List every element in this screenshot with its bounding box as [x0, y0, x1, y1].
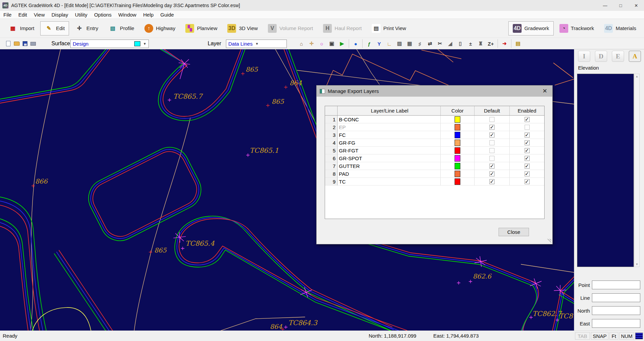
default-checkbox[interactable] — [489, 117, 495, 122]
layer-label-cell[interactable]: TC — [338, 178, 441, 186]
default-checkbox[interactable] — [489, 156, 495, 161]
default-cell[interactable]: ✓ — [475, 178, 510, 186]
color-swatch[interactable] — [455, 140, 460, 146]
enabled-cell[interactable]: ✓ — [510, 116, 544, 123]
new-file-icon[interactable] — [5, 40, 12, 47]
grid-icon[interactable]: ▦ — [405, 39, 414, 48]
layer-dropdown[interactable]: Data Lines ▼ — [226, 40, 287, 48]
enabled-checkbox[interactable]: ✓ — [525, 164, 530, 169]
enabled-cell[interactable]: ✓ — [510, 139, 544, 147]
trackwork-button[interactable]: ◔ Trackwork — [555, 21, 599, 35]
gradework-button[interactable]: 4D Gradework — [508, 21, 553, 35]
report-doc-icon[interactable]: ▤ — [511, 39, 522, 48]
color-swatch[interactable] — [455, 171, 460, 177]
close-button[interactable]: ✕ — [628, 0, 644, 11]
enabled-cell[interactable]: ✓ — [510, 170, 544, 178]
enabled-checkbox[interactable]: ✓ — [525, 156, 530, 161]
ties-icon[interactable]: ♯ — [415, 39, 424, 48]
menu-item[interactable]: Display — [48, 11, 71, 18]
enabled-cell[interactable]: ✓ — [510, 162, 544, 170]
tab-e[interactable]: E — [612, 51, 624, 62]
layer-label-cell[interactable]: GUTTER — [338, 162, 441, 170]
menu-item[interactable]: Options — [91, 11, 115, 18]
menu-item[interactable]: Utility — [71, 11, 91, 18]
layer-label-cell[interactable]: PAD — [338, 170, 441, 178]
enabled-checkbox[interactable]: ✓ — [525, 132, 530, 138]
enabled-checkbox[interactable]: ✓ — [525, 117, 530, 122]
default-cell[interactable] — [475, 139, 510, 147]
export-doc-icon[interactable]: ➜ — [498, 39, 509, 48]
color-cell[interactable] — [441, 131, 475, 139]
tower-icon[interactable]: ♜ — [476, 39, 485, 48]
dialog-close-icon[interactable]: ✕ — [540, 88, 549, 95]
elevation-list[interactable] — [577, 74, 634, 267]
pan-hand-icon[interactable]: ✛ — [307, 39, 316, 48]
menu-item[interactable]: View — [30, 11, 48, 18]
tab-a[interactable]: A — [629, 51, 641, 62]
dialog-title-bar[interactable]: Manage Export Layers ✕ — [317, 86, 552, 97]
default-cell[interactable] — [475, 116, 510, 123]
print-icon[interactable] — [30, 40, 37, 47]
color-cell[interactable] — [441, 116, 475, 123]
balance-icon[interactable]: ± — [466, 39, 475, 48]
enabled-cell[interactable]: ✓ — [510, 131, 544, 139]
menu-item[interactable]: Guide — [157, 11, 177, 18]
color-cell[interactable] — [441, 139, 475, 147]
edit-button[interactable]: ✎ Edit — [40, 21, 69, 35]
run-icon[interactable]: ▶ — [338, 39, 346, 48]
color-swatch[interactable] — [455, 124, 460, 130]
profile-button[interactable]: ▧ Profile — [104, 21, 139, 35]
color-swatch[interactable] — [455, 178, 460, 185]
north-field[interactable] — [592, 306, 640, 315]
default-cell[interactable]: ✓ — [475, 170, 510, 178]
layer-label-cell[interactable]: GR-SPOT — [338, 154, 441, 162]
3d-view-button[interactable]: 3D 3D View — [223, 21, 262, 35]
water-drop-icon[interactable]: ● — [349, 39, 360, 48]
entry-button[interactable]: ✛ Entry — [70, 21, 102, 35]
tab-toggle[interactable]: TAB — [575, 332, 590, 340]
zoom-window-icon[interactable]: ○ — [317, 39, 326, 48]
default-cell[interactable] — [475, 154, 510, 162]
chevron-down-icon[interactable]: ▼ — [143, 42, 146, 46]
num-toggle[interactable]: NUM — [619, 332, 634, 340]
chevron-down-icon[interactable]: ▼ — [255, 42, 259, 46]
elevation-scrollbar[interactable]: ▲ ▼ — [634, 74, 640, 267]
default-cell[interactable]: ✓ — [475, 123, 510, 131]
import-button[interactable]: ▦ Import — [4, 21, 39, 35]
scroll-up-icon[interactable]: ▲ — [636, 75, 639, 78]
layer-label-cell[interactable]: GR-FG — [338, 139, 441, 147]
swap-arrows-icon[interactable]: ⇄ — [426, 39, 434, 48]
enabled-cell[interactable]: ✓ — [510, 154, 544, 162]
close-button[interactable]: Close — [499, 228, 529, 236]
color-cell[interactable] — [441, 154, 475, 162]
color-swatch[interactable] — [455, 147, 460, 154]
print-view-button[interactable]: ▤ Print View — [367, 21, 410, 35]
planview-button[interactable]: ▚ Planview — [181, 21, 222, 35]
enabled-cell[interactable]: ✓ — [510, 178, 544, 186]
enabled-checkbox[interactable]: ✓ — [525, 148, 530, 153]
menu-item[interactable]: File — [0, 11, 15, 18]
maximize-button[interactable]: □ — [613, 0, 628, 11]
save-file-icon[interactable] — [22, 40, 28, 47]
color-cell[interactable] — [441, 162, 475, 170]
haul-report-button[interactable]: H Haul Report — [319, 21, 366, 35]
minimize-button[interactable]: — — [597, 0, 613, 11]
line-field[interactable] — [592, 293, 640, 302]
surface-dropdown[interactable]: Design ▼ — [70, 40, 149, 48]
color-cell[interactable] — [441, 123, 475, 131]
default-cell[interactable]: ✓ — [475, 131, 510, 139]
grade-tool-icon[interactable]: ∟ — [385, 39, 394, 48]
tab-i[interactable]: I — [578, 51, 590, 62]
tab-d[interactable]: D — [595, 51, 607, 62]
home-icon[interactable]: ⌂ — [297, 39, 306, 48]
extents-toggle-icon[interactable]: ▣ — [327, 39, 336, 48]
enabled-cell[interactable]: ✓ — [510, 147, 544, 154]
resize-grip[interactable] — [547, 239, 551, 243]
menu-item[interactable]: Help — [140, 11, 157, 18]
snap-toggle[interactable]: SNAP — [591, 332, 608, 340]
open-file-icon[interactable] — [13, 40, 20, 47]
default-checkbox[interactable]: ✓ — [489, 132, 495, 138]
materials-button[interactable]: 4D Materials — [600, 21, 641, 35]
enabled-checkbox[interactable] — [525, 125, 530, 130]
layer-label-cell[interactable]: EP — [338, 123, 441, 131]
